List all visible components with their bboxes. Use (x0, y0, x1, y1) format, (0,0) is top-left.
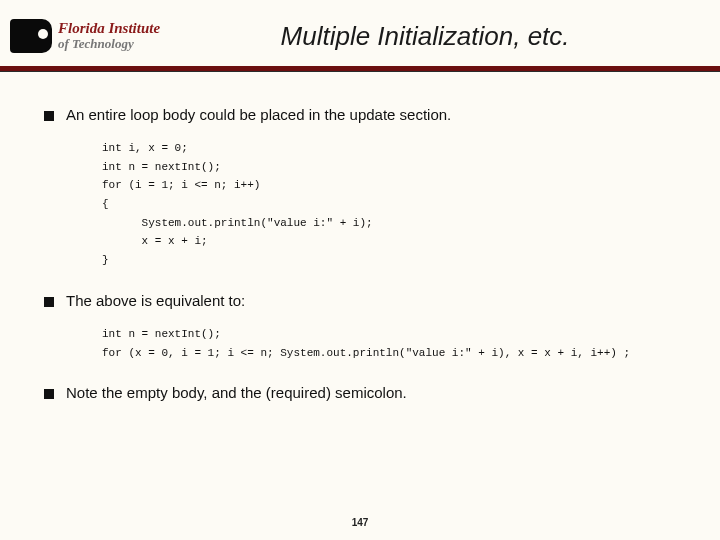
bullet-1: An entire loop body could be placed in t… (44, 106, 692, 123)
bullet-3: Note the empty body, and the (required) … (44, 384, 692, 401)
slide-header: Florida Institute of Technology Multiple… (0, 0, 720, 66)
bullet-square-icon (44, 111, 54, 121)
bullet-square-icon (44, 389, 54, 399)
code-block-2: int n = nextInt(); for (x = 0, i = 1; i … (102, 325, 692, 362)
panther-icon (10, 19, 52, 53)
page-number: 147 (0, 517, 720, 528)
fit-logo: Florida Institute of Technology (10, 19, 160, 53)
bullet-1-text: An entire loop body could be placed in t… (66, 106, 451, 123)
bullet-2: The above is equivalent to: (44, 292, 692, 309)
bullet-2-text: The above is equivalent to: (66, 292, 245, 309)
slide-title: Multiple Initialization, etc. (160, 21, 700, 52)
bullet-3-text: Note the empty body, and the (required) … (66, 384, 407, 401)
code-block-1: int i, x = 0; int n = nextInt(); for (i … (102, 139, 692, 270)
logo-line1: Florida Institute (58, 21, 160, 37)
slide-body: An entire loop body could be placed in t… (0, 72, 720, 401)
logo-line2: of Technology (58, 37, 160, 51)
bullet-square-icon (44, 297, 54, 307)
logo-text: Florida Institute of Technology (58, 21, 160, 50)
